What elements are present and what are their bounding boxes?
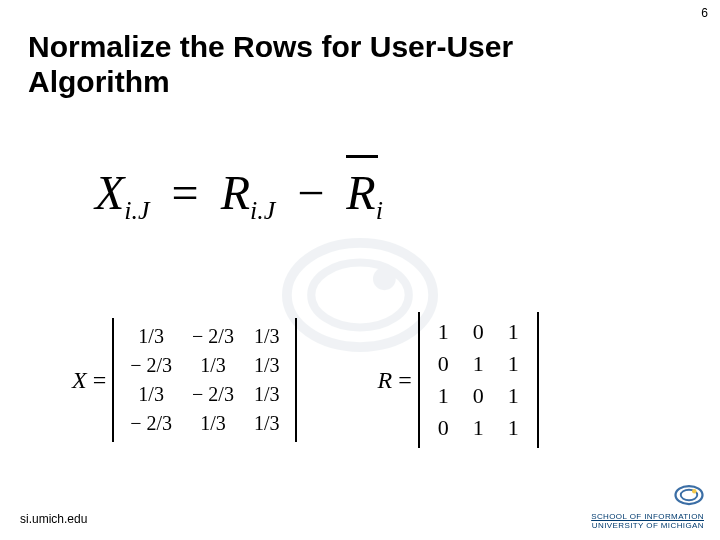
title-line-2: Algorithm [28, 65, 170, 98]
slide-title: Normalize the Rows for User-User Algorit… [28, 30, 513, 99]
footer-university: UNIVERSITY OF MICHIGAN [591, 521, 704, 530]
table-row: − 2/31/31/3 [120, 409, 289, 438]
matrix-x-label: X [72, 367, 87, 394]
page-number: 6 [701, 6, 708, 20]
svg-point-5 [692, 489, 697, 494]
eq-lhs-sub: i.J [124, 196, 149, 225]
matrix-x-eq: = [93, 367, 107, 394]
footer-url: si.umich.edu [20, 512, 87, 526]
footer-school: SCHOOL OF INFORMATION [591, 512, 704, 521]
overline [346, 155, 377, 158]
eq-lhs-var: X [95, 166, 124, 219]
svg-point-3 [676, 486, 703, 504]
table-row: 011 [426, 412, 531, 444]
eq-term2-sub: i [376, 196, 383, 225]
table-row: 101 [426, 380, 531, 412]
matrix-r-label: R [377, 367, 392, 394]
matrix-x: 1/3− 2/31/3 − 2/31/31/3 1/3− 2/31/3 − 2/… [112, 318, 297, 442]
eq-minus: − [287, 166, 334, 219]
eq-term2-var: R [346, 166, 375, 219]
main-equation: Xi.J = Ri.J − R i [95, 165, 383, 226]
matrix-r-eq: = [398, 367, 412, 394]
title-line-1: Normalize the Rows for User-User [28, 30, 513, 63]
table-row: 011 [426, 348, 531, 380]
footer-right: SCHOOL OF INFORMATION UNIVERSITY OF MICH… [591, 482, 704, 530]
table-row: 1/3− 2/31/3 [120, 380, 289, 409]
matrix-r: 101 011 101 011 [418, 312, 539, 448]
table-row: 101 [426, 316, 531, 348]
eq-term1-var: R [221, 166, 250, 219]
matrices-row: X = 1/3− 2/31/3 − 2/31/31/3 1/3− 2/31/3 … [72, 312, 680, 448]
table-row: 1/3− 2/31/3 [120, 322, 289, 351]
footer-logo-icon [674, 482, 704, 508]
eq-equals: = [162, 166, 209, 219]
eq-term1-sub: i.J [250, 196, 275, 225]
svg-point-2 [373, 267, 396, 290]
table-row: − 2/31/31/3 [120, 351, 289, 380]
